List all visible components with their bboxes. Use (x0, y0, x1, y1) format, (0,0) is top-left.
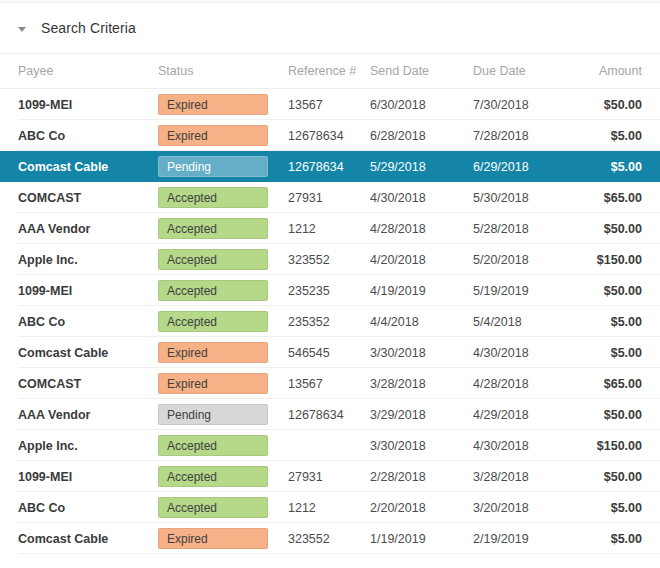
table-header-row: PayeeStatusReference #Send DateDue DateA… (0, 54, 660, 89)
send-date-cell: 4/4/2018 (370, 315, 473, 329)
amount-cell: $50.00 (575, 408, 642, 422)
payee-cell: Comcast Cable (18, 346, 158, 360)
column-header-send_date[interactable]: Send Date (370, 64, 473, 78)
due-date-cell: 5/28/2018 (473, 222, 575, 236)
amount-cell: $65.00 (575, 377, 642, 391)
status-cell: Expired (158, 528, 288, 549)
status-cell: Accepted (158, 435, 288, 456)
send-date-cell: 2/20/2018 (370, 501, 473, 515)
reference-cell: 27931 (288, 470, 370, 484)
status-badge: Pending (158, 156, 268, 177)
table-row[interactable]: 1099-MEI Accepted 235235 4/19/2019 5/19/… (0, 275, 660, 306)
table-row[interactable]: AAA Vendor Accepted 1212 4/28/2018 5/28/… (0, 213, 660, 244)
table-row[interactable]: AAA Vendor Pending 12678634 3/29/2018 4/… (0, 399, 660, 430)
reference-cell: 27931 (288, 191, 370, 205)
status-badge: Accepted (158, 280, 268, 301)
status-badge: Accepted (158, 435, 268, 456)
column-header-amount[interactable]: Amount (575, 64, 642, 78)
send-date-cell: 4/28/2018 (370, 222, 473, 236)
send-date-cell: 6/28/2018 (370, 129, 473, 143)
reference-cell: 235352 (288, 315, 370, 329)
status-cell: Accepted (158, 249, 288, 270)
payee-cell: COMCAST (18, 191, 158, 205)
column-header-payee[interactable]: Payee (18, 64, 158, 78)
table-body: 1099-MEI Expired 13567 6/30/2018 7/30/20… (0, 89, 660, 554)
send-date-cell: 4/30/2018 (370, 191, 473, 205)
reference-cell: 323552 (288, 253, 370, 267)
send-date-cell: 3/29/2018 (370, 408, 473, 422)
payee-cell: Apple Inc. (18, 439, 158, 453)
status-badge: Pending (158, 404, 268, 425)
amount-cell: $5.00 (575, 501, 642, 515)
payee-cell: Comcast Cable (18, 532, 158, 546)
payee-cell: ABC Co (18, 501, 158, 515)
table-row[interactable]: Comcast Cable Expired 323552 1/19/2019 2… (0, 523, 660, 554)
payee-cell: ABC Co (18, 315, 158, 329)
reference-cell: 1212 (288, 501, 370, 515)
payee-cell: ABC Co (18, 129, 158, 143)
status-cell: Expired (158, 125, 288, 146)
amount-cell: $5.00 (575, 315, 642, 329)
status-cell: Accepted (158, 497, 288, 518)
due-date-cell: 7/28/2018 (473, 129, 575, 143)
status-badge: Accepted (158, 249, 268, 270)
amount-cell: $65.00 (575, 191, 642, 205)
amount-cell: $5.00 (575, 160, 642, 174)
table-row[interactable]: COMCAST Accepted 27931 4/30/2018 5/30/20… (0, 182, 660, 213)
status-cell: Pending (158, 156, 288, 177)
due-date-cell: 4/29/2018 (473, 408, 575, 422)
amount-cell: $5.00 (575, 346, 642, 360)
table-row[interactable]: 1099-MEI Accepted 27931 2/28/2018 3/28/2… (0, 461, 660, 492)
status-cell: Pending (158, 404, 288, 425)
table-row[interactable]: ABC Co Expired 12678634 6/28/2018 7/28/2… (0, 120, 660, 151)
table-row[interactable]: COMCAST Expired 13567 3/28/2018 4/28/201… (0, 368, 660, 399)
table-row[interactable]: Comcast Cable Pending 12678634 5/29/2018… (0, 151, 660, 182)
column-header-status[interactable]: Status (158, 64, 288, 78)
table-row[interactable]: ABC Co Accepted 1212 2/20/2018 3/20/2018… (0, 492, 660, 523)
reference-cell: 13567 (288, 98, 370, 112)
due-date-cell: 2/19/2019 (473, 532, 575, 546)
reference-cell: 12678634 (288, 129, 370, 143)
send-date-cell: 1/19/2019 (370, 532, 473, 546)
status-badge: Expired (158, 125, 268, 146)
status-badge: Accepted (158, 311, 268, 332)
status-badge: Accepted (158, 218, 268, 239)
reference-cell: 546545 (288, 346, 370, 360)
table-row[interactable]: Apple Inc. Accepted 3/30/2018 4/30/2018 … (0, 430, 660, 461)
panel-title: Search Criteria (41, 20, 136, 36)
column-header-due_date[interactable]: Due Date (473, 64, 575, 78)
amount-cell: $150.00 (575, 439, 642, 453)
payments-grid-panel: Search Criteria PayeeStatusReference #Se… (0, 0, 660, 568)
reference-cell: 13567 (288, 377, 370, 391)
amount-cell: $150.00 (575, 253, 642, 267)
due-date-cell: 5/20/2018 (473, 253, 575, 267)
status-cell: Expired (158, 342, 288, 363)
amount-cell: $5.00 (575, 532, 642, 546)
due-date-cell: 4/28/2018 (473, 377, 575, 391)
send-date-cell: 5/29/2018 (370, 160, 473, 174)
status-cell: Expired (158, 94, 288, 115)
reference-cell: 12678634 (288, 408, 370, 422)
search-criteria-header[interactable]: Search Criteria (0, 2, 660, 54)
payee-cell: Comcast Cable (18, 160, 158, 174)
column-header-reference[interactable]: Reference # (288, 64, 370, 78)
send-date-cell: 3/30/2018 (370, 439, 473, 453)
table-row[interactable]: Comcast Cable Expired 546545 3/30/2018 4… (0, 337, 660, 368)
chevron-down-icon[interactable] (18, 27, 26, 32)
status-badge: Accepted (158, 187, 268, 208)
due-date-cell: 5/19/2019 (473, 284, 575, 298)
send-date-cell: 2/28/2018 (370, 470, 473, 484)
amount-cell: $50.00 (575, 284, 642, 298)
reference-cell: 323552 (288, 532, 370, 546)
due-date-cell: 4/30/2018 (473, 439, 575, 453)
due-date-cell: 3/28/2018 (473, 470, 575, 484)
reference-cell: 1212 (288, 222, 370, 236)
due-date-cell: 6/29/2018 (473, 160, 575, 174)
payee-cell: 1099-MEI (18, 470, 158, 484)
table-row[interactable]: 1099-MEI Expired 13567 6/30/2018 7/30/20… (0, 89, 660, 120)
amount-cell: $50.00 (575, 98, 642, 112)
status-cell: Expired (158, 373, 288, 394)
send-date-cell: 3/30/2018 (370, 346, 473, 360)
table-row[interactable]: Apple Inc. Accepted 323552 4/20/2018 5/2… (0, 244, 660, 275)
table-row[interactable]: ABC Co Accepted 235352 4/4/2018 5/4/2018… (0, 306, 660, 337)
